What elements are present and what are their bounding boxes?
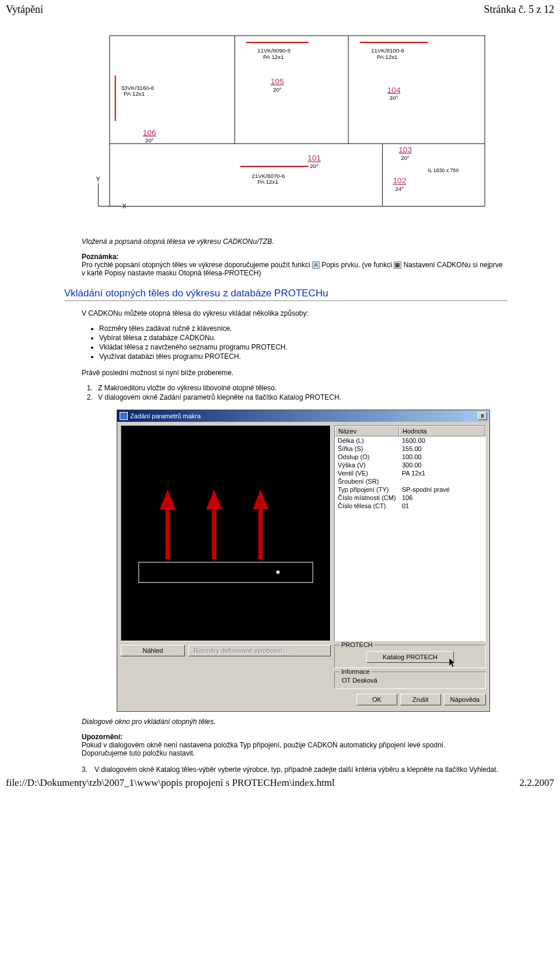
svg-text:33VK/3160-6: 33VK/3160-6 — [121, 85, 154, 91]
preview-pane — [121, 425, 331, 641]
group-label: Informace — [340, 668, 372, 675]
svg-text:PA 12x1: PA 12x1 — [263, 54, 284, 60]
svg-text:PA 12x1: PA 12x1 — [124, 90, 145, 97]
group-label: PROTECH — [340, 641, 374, 648]
footer-path: file://D:\Dokumenty\tzb\2007_1\www\popis… — [6, 777, 335, 789]
section-heading: Vkládání otopných těles do výkresu z dat… — [64, 288, 508, 301]
svg-text:11VK/8090-6: 11VK/8090-6 — [257, 47, 290, 54]
svg-text:PA 12x1: PA 12x1 — [257, 179, 278, 185]
parameter-table[interactable]: Název Hodnota Délka (L)1600.00 Šířka (S)… — [334, 425, 486, 641]
protech-group: PROTECH Katalog PROTECH — [334, 645, 486, 668]
note-block: Poznámka: Pro rychlé popsání otopných tě… — [82, 253, 508, 277]
svg-text:20°: 20° — [390, 95, 398, 101]
svg-marker-39 — [256, 496, 265, 508]
list-item: Rozměry těles zadávat ručně z klávesnice… — [99, 324, 508, 333]
svg-marker-37 — [163, 496, 173, 508]
svg-marker-38 — [209, 496, 219, 508]
svg-text:24°: 24° — [396, 186, 404, 192]
warning-title: Upozornění: — [82, 733, 508, 741]
svg-text:102: 102 — [393, 176, 407, 185]
page-footer: file://D:\Dokumenty\tzb\2007_1\www\popis… — [6, 777, 554, 789]
svg-point-41 — [276, 571, 280, 574]
svg-text:103: 103 — [398, 145, 412, 154]
svg-text:11VK/8100-6: 11VK/8100-6 — [371, 47, 404, 54]
svg-text:Y: Y — [96, 176, 100, 183]
step-text: V dialogovém okně Katalog těles-výběr vy… — [94, 765, 498, 774]
column-header-value[interactable]: Hodnota — [399, 426, 485, 436]
close-icon[interactable]: x — [478, 412, 487, 420]
svg-text:106: 106 — [143, 128, 156, 137]
column-header-name[interactable]: Název — [335, 426, 399, 436]
svg-text:PA 12x1: PA 12x1 — [377, 54, 398, 60]
svg-text:20°: 20° — [273, 86, 282, 93]
cursor-icon — [449, 658, 460, 669]
step-3: 3. V dialogovém okně Katalog těles-výběr… — [82, 765, 508, 774]
list-item: Vybírat tělesa z databáze CADKONu. — [99, 334, 508, 342]
svg-rect-0 — [110, 36, 485, 206]
parameter-rows: Délka (L)1600.00 Šířka (S)155.00 Odstup … — [335, 436, 485, 510]
figure-caption-1: Vložená a popsaná otopná tělesa ve výkre… — [82, 237, 508, 246]
help-button[interactable]: Nápověda — [444, 694, 486, 705]
intro-text: V CADKONu můžete otopná tělesa do výkres… — [82, 309, 508, 317]
cancel-button[interactable]: Zrušit — [400, 694, 441, 705]
label-tool-icon: A — [312, 261, 320, 269]
note-body: Pro rychlé popsání otopných těles ve výk… — [82, 261, 508, 277]
dialog-titlebar[interactable]: Zadání parametrů makra x — [117, 410, 489, 422]
warning-line2: Doporučujeme tuto položku nastavit. — [82, 749, 508, 757]
svg-text:IL 1830 x 750: IL 1830 x 750 — [428, 167, 459, 173]
list-item: Z Makroeditoru vložte do výkresu libovol… — [94, 384, 508, 392]
list-item: V dialogovém okně Zadání parametrů klepn… — [94, 393, 508, 401]
info-text: OT Desková — [340, 676, 481, 685]
svg-text:20°: 20° — [145, 137, 154, 144]
note-title: Poznámka: — [82, 253, 508, 261]
katalog-protech-button[interactable]: Katalog PROTECH — [366, 651, 454, 663]
dialog-title: Zadání parametrů makra — [130, 412, 201, 419]
nahled-button[interactable]: Náhled — [121, 645, 185, 656]
ok-button[interactable]: OK — [356, 694, 397, 705]
svg-text:101: 101 — [307, 153, 321, 162]
figure-caption-2: Dialogové okno pro vkládání otopnýh těle… — [82, 718, 508, 726]
list-item: Vkládat tělesa z navrženého seznamu prog… — [99, 343, 508, 351]
warning-block: Upozornění: Pokud v dialogovém okně není… — [82, 733, 508, 757]
list-item: Využívat databázi těles programu PROTECH… — [99, 352, 508, 361]
step-list: Z Makroeditoru vložte do výkresu libovol… — [94, 384, 508, 401]
svg-text:20°: 20° — [310, 163, 318, 169]
svg-text:20°: 20° — [401, 155, 410, 161]
svg-rect-40 — [139, 562, 313, 583]
dialog-app-icon — [120, 412, 128, 420]
svg-text:105: 105 — [271, 77, 284, 86]
header-page: Stránka č. 5 z 12 — [484, 4, 554, 16]
transition-text: Právě poslední možnost si nyní blíže pro… — [82, 369, 508, 377]
svg-text:21VK/8070-6: 21VK/8070-6 — [252, 173, 285, 179]
svg-text:104: 104 — [387, 86, 401, 95]
header-title: Vytápění — [6, 4, 43, 16]
step-number: 3. — [82, 765, 94, 774]
dialog-screenshot: Zadání parametrů makra x — [117, 410, 490, 712]
info-group: Informace OT Desková — [334, 672, 486, 689]
method-bullets: Rozměry těles zadávat ručně z klávesnice… — [99, 324, 508, 361]
page-header: Vytápění Stránka č. 5 z 12 — [6, 4, 554, 16]
settings-tool-icon: ▦ — [394, 261, 401, 269]
rozmery-button: Rozměry definované výrobcem... — [188, 645, 331, 656]
warning-line1: Pokud v dialogovém okně není nastavena p… — [82, 741, 508, 749]
cad-drawing: 11VK/8090-6 PA 12x1 11VK/8100-6 PA 12x1 … — [64, 22, 508, 232]
svg-text:X: X — [122, 202, 126, 209]
footer-date: 2.2.2007 — [520, 777, 555, 789]
